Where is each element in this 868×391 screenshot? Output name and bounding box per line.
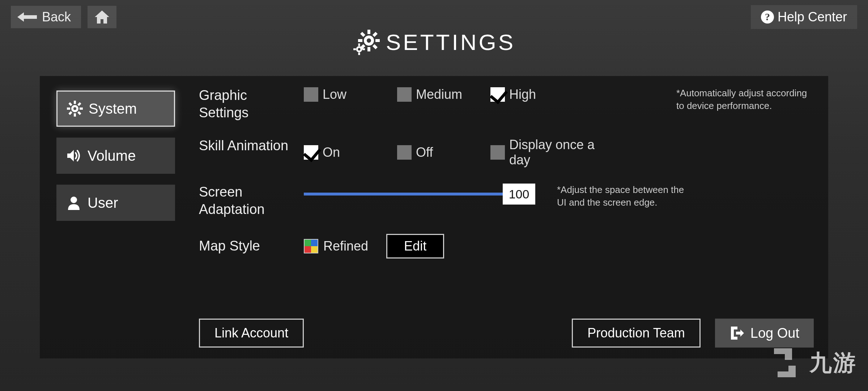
option-label: Low [323,87,346,102]
back-arrow-icon [17,11,37,23]
slider-value: 100 [503,184,535,205]
svg-rect-20 [68,111,72,115]
svg-rect-19 [77,102,81,106]
svg-rect-5 [373,32,378,37]
skill-animation-label: Skill Animation [199,137,297,155]
svg-rect-7 [360,32,365,37]
graphic-hint: *Automatically adjust according to devic… [676,87,814,112]
svg-point-0 [365,37,373,44]
title-text: SETTINGS [386,29,515,55]
back-label: Back [42,9,71,25]
svg-rect-12 [353,49,356,50]
svg-rect-22 [77,111,81,115]
sidebar-item-system[interactable]: System [56,91,175,127]
svg-rect-4 [375,39,380,42]
volume-icon [66,148,82,164]
svg-rect-8 [373,44,378,49]
map-style-label: Map Style [199,237,297,255]
skill-option-daily[interactable]: Display once a day [490,137,613,168]
option-label: Off [416,145,433,160]
svg-point-23 [71,197,77,203]
svg-rect-11 [358,52,360,55]
svg-rect-16 [74,113,76,117]
user-icon [66,195,82,211]
svg-rect-3 [358,39,362,42]
help-icon: ? [761,10,774,24]
checkbox-checked-icon [490,87,505,102]
color-grid-icon [304,239,318,253]
top-bar: Back ? Help Center [0,5,868,29]
checkbox-checked-icon [304,145,318,160]
svg-rect-1 [367,30,370,34]
settings-panel: System Volume User Graphic Settings [40,76,828,358]
sidebar-item-label: User [88,195,118,211]
page-title: SETTINGS [0,29,868,55]
checkbox-icon [490,145,505,160]
home-button[interactable] [88,6,116,28]
skill-option-off[interactable]: Off [397,145,480,160]
svg-point-9 [357,47,361,51]
sidebar-item-volume[interactable]: Volume [56,138,175,174]
bottom-button-row: Link Account Production Team Log Out [199,308,814,348]
checkbox-icon [397,145,412,160]
screen-adaptation-hint: *Adjust the space between the UI and the… [557,184,694,209]
settings-gear-icon [353,29,382,55]
row-skill-animation: Skill Animation On Off Display once a da… [199,137,814,168]
graphic-option-low[interactable]: Low [304,87,387,102]
link-account-button[interactable]: Link Account [199,319,304,348]
checkbox-icon [304,87,318,102]
settings-content: Graphic Settings Low Medium High *Automa… [192,76,828,358]
sidebar-item-label: System [89,101,137,117]
svg-rect-10 [358,43,360,46]
sidebar-item-user[interactable]: User [56,185,175,221]
home-icon [94,10,110,24]
graphic-option-medium[interactable]: Medium [397,87,480,102]
option-label: On [323,145,340,160]
svg-rect-2 [367,47,370,51]
graphic-option-high[interactable]: High [490,87,574,102]
screen-adaptation-label: Screen Adaptation [199,184,297,218]
help-label: Help Center [778,9,847,25]
map-style-value: Refined [304,239,368,254]
logout-icon [729,325,744,341]
option-label: Medium [416,87,462,102]
gear-icon [67,101,83,117]
sidebar: System Volume User [40,76,192,358]
screen-adaptation-slider[interactable]: 100 [304,184,535,205]
row-graphic-settings: Graphic Settings Low Medium High *Automa… [199,87,814,121]
checkbox-icon [397,87,412,102]
row-map-style: Map Style Refined Edit [199,234,814,258]
skill-option-on[interactable]: On [304,145,387,160]
row-screen-adaptation: Screen Adaptation 100 *Adjust the space … [199,184,814,218]
help-center-button[interactable]: ? Help Center [751,5,857,29]
sidebar-item-label: Volume [88,148,136,164]
option-label: Display once a day [509,137,613,168]
svg-rect-17 [67,108,70,110]
production-team-button[interactable]: Production Team [572,319,701,348]
svg-rect-13 [362,49,365,50]
option-label: High [509,87,536,102]
log-out-label: Log Out [750,325,799,341]
back-button[interactable]: Back [11,6,81,28]
svg-rect-15 [74,101,76,104]
svg-rect-18 [80,108,83,110]
map-style-edit-button[interactable]: Edit [386,234,444,258]
graphic-settings-label: Graphic Settings [199,87,297,121]
log-out-button[interactable]: Log Out [715,319,814,348]
slider-track [304,193,503,196]
map-style-text: Refined [323,239,368,254]
svg-point-14 [72,106,77,111]
svg-rect-21 [68,102,72,106]
